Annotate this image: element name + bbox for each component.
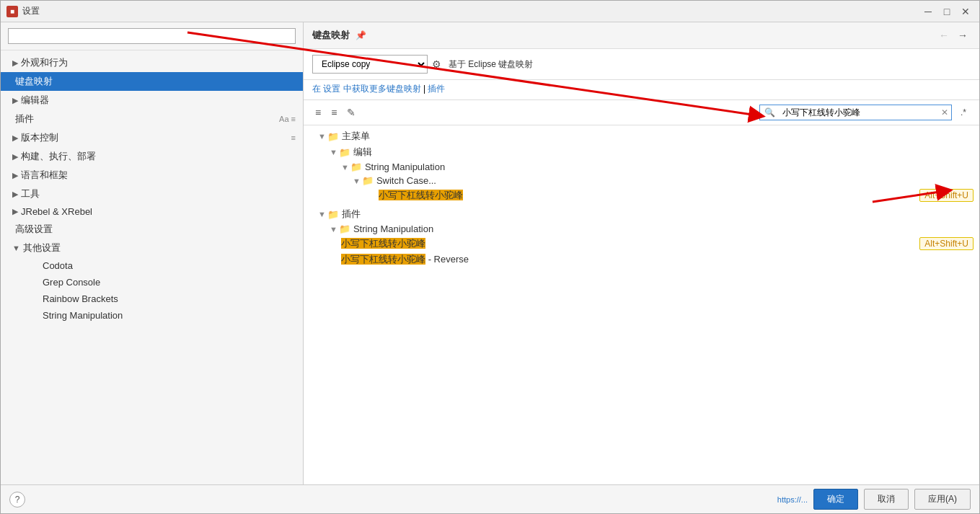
confirm-button[interactable]: 确定 <box>813 489 858 510</box>
sidebar-item-vcs[interactable]: ▶ 版本控制 ≡ <box>1 128 303 147</box>
expand-arrow-icon: ▶ <box>12 207 18 216</box>
collapse-all-button[interactable]: ≡ <box>328 105 340 120</box>
expand-arrow-icon: ▶ <box>12 190 18 199</box>
keymap-scheme-select[interactable]: Eclipse copy <box>312 55 428 74</box>
sidebar-item-keymap[interactable]: 键盘映射 <box>1 72 303 91</box>
km-item-edit[interactable]: ▼ 📁 编辑 <box>304 144 979 160</box>
nav-buttons: ← → <box>936 28 971 43</box>
sidebar-item-advanced[interactable]: 高级设置 <box>1 220 303 239</box>
right-panel: 键盘映射 📌 ← → Eclipse copy ⚙ 基于 Eclipse 键盘映… <box>304 22 979 484</box>
window-controls: ─ □ ✕ <box>920 4 974 19</box>
km-item-camel-reverse[interactable]: 小写下杠线转小驼峰 - Reverse <box>304 252 979 267</box>
keymap-tree: ▼ 📁 主菜单 ▼ 📁 编辑 ▼ 📁 String Manipulation <box>304 125 979 484</box>
km-item-camel-2[interactable]: 小写下杠线转小驼峰 Alt+Shift+U <box>304 236 979 252</box>
item-label: 小写下杠线转小驼峰 <box>341 237 919 250</box>
folder-icon: 📁 <box>339 147 350 158</box>
shortcut-badge: Alt+Shift+U <box>919 189 974 202</box>
item-label: String Manipulation <box>365 161 974 172</box>
sidebar-item-label: 外观和行为 <box>21 56 296 69</box>
sidebar-item-label: 工具 <box>21 187 296 200</box>
keymap-search-input[interactable] <box>780 105 938 120</box>
km-group-plugins[interactable]: ▼ 📁 插件 <box>304 206 979 222</box>
keymap-scheme-toolbar: Eclipse copy ⚙ 基于 Eclipse 键盘映射 <box>304 49 979 80</box>
folder-icon: 📁 <box>350 161 362 172</box>
sidebar-item-build[interactable]: ▶ 构建、执行、部署 <box>1 147 303 166</box>
km-item-string-manip-2[interactable]: ▼ 📁 String Manipulation <box>304 222 979 236</box>
group-label: 主菜单 <box>342 130 974 143</box>
km-item-switch-case[interactable]: ▼ 📁 Switch Case... <box>304 174 979 187</box>
sidebar-item-appearance[interactable]: ▶ 外观和行为 <box>1 53 303 72</box>
highlight-span: 小写下杠线转小驼峰 <box>379 190 463 200</box>
edit-shortcut-button[interactable]: ✎ <box>344 105 358 120</box>
sidebar-item-label: 键盘映射 <box>15 75 296 88</box>
sidebar-item-label: 版本控制 <box>21 131 288 144</box>
item-label: 小写下杠线转小驼峰 - Reverse <box>341 253 974 266</box>
keymap-links-row: 在 设置 中获取更多键盘映射 | 插件 <box>304 80 979 100</box>
sidebar-item-codota[interactable]: Codota <box>18 257 303 274</box>
expand-arrow-icon: ▼ <box>12 244 20 252</box>
sidebar-search-area <box>1 22 303 50</box>
collapse-icon: ▼ <box>318 210 326 218</box>
item-label: Switch Case... <box>376 175 974 186</box>
back-button[interactable]: ← <box>936 28 952 43</box>
sidebar-item-label: 构建、执行、部署 <box>21 150 296 163</box>
sidebar-item-jrebel[interactable]: ▶ JRebel & XRebel <box>1 203 303 220</box>
help-button[interactable]: ? <box>9 492 25 508</box>
plugins-badge: Aa ≡ <box>279 115 296 123</box>
collapse-icon: ▼ <box>318 132 326 141</box>
keymap-search-field: 🔍 ✕ <box>759 105 952 120</box>
sidebar-item-label: 插件 <box>15 112 276 125</box>
forward-button[interactable]: → <box>955 28 971 43</box>
km-item-string-manip-1[interactable]: ▼ 📁 String Manipulation <box>304 160 979 174</box>
item-label: 编辑 <box>353 146 974 159</box>
main-content: ▶ 外观和行为 键盘映射 ▶ 编辑器 插件 Aa ≡ ▶ <box>1 22 979 484</box>
plugins-link[interactable]: 插件 <box>428 84 445 94</box>
expand-arrow-icon: ▶ <box>12 152 18 161</box>
sidebar-item-other[interactable]: ▼ 其他设置 <box>1 239 303 257</box>
minimize-button[interactable]: ─ <box>920 4 936 19</box>
sidebar-search-input[interactable] <box>8 28 296 44</box>
reverse-suffix: - Reverse <box>428 254 469 265</box>
highlight-span: 小写下杠线转小驼峰 <box>341 254 425 265</box>
settings-link[interactable]: 在 设置 中获取更多键盘映射 <box>312 84 421 94</box>
settings-icon[interactable]: ⚙ <box>432 58 441 70</box>
vcs-badge: ≡ <box>291 133 296 142</box>
close-button[interactable]: ✕ <box>958 4 974 19</box>
sidebar-item-grepconsole[interactable]: Grep Console <box>18 274 303 291</box>
maximize-button[interactable]: □ <box>939 4 955 19</box>
sidebar-item-stringmanip[interactable]: String Manipulation <box>18 307 303 324</box>
km-item-camel-1[interactable]: 📁 小写下杠线转小驼峰 Alt+Shift+U <box>304 187 979 203</box>
folder-icon: 📁 <box>327 131 339 142</box>
apply-button[interactable]: 应用(A) <box>914 489 971 510</box>
item-label: String Manipulation <box>353 223 974 234</box>
search-clear-button[interactable]: ✕ <box>938 106 951 119</box>
folder-icon: 📁 <box>327 209 339 220</box>
expand-all-button[interactable]: ≡ <box>312 105 324 120</box>
folder-icon: 📁 <box>362 175 374 186</box>
sidebar-item-label: String Manipulation <box>43 310 296 321</box>
titlebar: ■ 设置 ─ □ ✕ <box>1 1 979 22</box>
sidebar-item-label: Grep Console <box>43 277 296 288</box>
search-filter-toolbar: ≡ ≡ ✎ 🔍 ✕ .* <box>304 100 979 125</box>
settings-window: ■ 设置 ─ □ ✕ ▶ 外观和行为 键盘映射 <box>0 0 980 514</box>
group-label: 插件 <box>342 208 974 221</box>
collapse-icon: ▼ <box>330 148 337 156</box>
sidebar-item-lang[interactable]: ▶ 语言和框架 <box>1 166 303 185</box>
collapse-icon: ▼ <box>353 177 361 185</box>
sidebar: ▶ 外观和行为 键盘映射 ▶ 编辑器 插件 Aa ≡ ▶ <box>1 22 304 484</box>
search-regex-button[interactable]: .* <box>956 106 971 119</box>
cancel-button[interactable]: 取消 <box>864 489 909 510</box>
other-subitems: Codota Grep Console Rainbow Brackets Str… <box>1 257 303 324</box>
app-icon: ■ <box>6 6 18 17</box>
sidebar-item-tools[interactable]: ▶ 工具 <box>1 185 303 203</box>
bottom-bar: ? https://... 确定 取消 应用(A) <box>1 484 979 513</box>
expand-arrow-icon: ▶ <box>12 133 18 143</box>
window-title: 设置 <box>22 5 920 17</box>
sidebar-item-plugins[interactable]: 插件 Aa ≡ <box>1 110 303 128</box>
km-group-main-menu[interactable]: ▼ 📁 主菜单 <box>304 128 979 144</box>
sidebar-item-label: Rainbow Brackets <box>43 293 296 304</box>
sidebar-tree: ▶ 外观和行为 键盘映射 ▶ 编辑器 插件 Aa ≡ ▶ <box>1 50 303 484</box>
sidebar-item-rainbowbrackets[interactable]: Rainbow Brackets <box>18 291 303 307</box>
sidebar-item-editor[interactable]: ▶ 编辑器 <box>1 91 303 110</box>
panel-title: 键盘映射 <box>312 29 350 42</box>
